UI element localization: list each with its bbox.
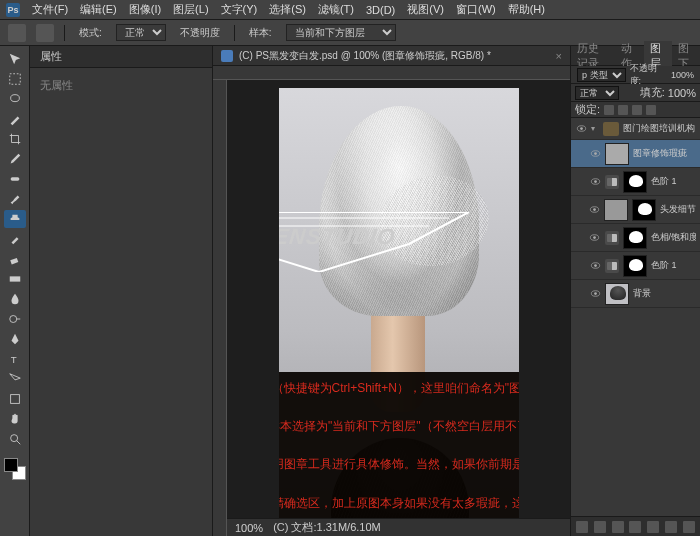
zoom-value[interactable]: 100% xyxy=(235,522,263,534)
clone-stamp-tool[interactable] xyxy=(4,210,26,228)
type-tool[interactable]: T xyxy=(4,350,26,368)
visibility-icon[interactable] xyxy=(589,176,601,188)
menu-3d[interactable]: 3D(D) xyxy=(366,4,395,16)
gradient-tool[interactable] xyxy=(4,270,26,288)
layer-group[interactable]: ▾ 图门绘图培训机构 xyxy=(571,118,700,140)
menu-image[interactable]: 图像(I) xyxy=(129,2,161,17)
layer-row[interactable]: 头发细节提取 xyxy=(571,196,700,224)
layer-mask[interactable] xyxy=(632,199,656,221)
menu-file[interactable]: 文件(F) xyxy=(32,2,68,17)
mask-icon[interactable] xyxy=(612,521,624,533)
layer-thumb[interactable] xyxy=(605,143,629,165)
fill-value[interactable]: 100% xyxy=(668,87,696,99)
layer-mask[interactable] xyxy=(623,255,647,277)
brush-tool[interactable] xyxy=(4,190,26,208)
opacity-label: 不透明度 xyxy=(176,25,224,41)
dodge-tool[interactable] xyxy=(4,310,26,328)
properties-panel: 属性 无属性 xyxy=(30,46,213,536)
layer-filter-row: p 类型 不透明度: 100% xyxy=(571,66,700,84)
sample-select[interactable]: 当前和下方图层 xyxy=(286,24,396,41)
history-brush-tool[interactable] xyxy=(4,230,26,248)
trash-icon[interactable] xyxy=(683,521,695,533)
document-image[interactable]: TUMENSTUDIO 第六步：新建一个空白层（快捷键为Ctrl+Shift+N… xyxy=(279,88,519,528)
document-tab[interactable]: (C) PS黑发变白发.psd @ 100% (图章修饰瑕疵, RGB/8) *… xyxy=(213,46,570,66)
layer-name[interactable]: 图章修饰瑕疵 xyxy=(633,147,687,160)
menu-edit[interactable]: 编辑(E) xyxy=(80,2,117,17)
magic-wand-tool[interactable] xyxy=(4,110,26,128)
lock-all-icon[interactable] xyxy=(646,105,656,115)
pen-tool[interactable] xyxy=(4,330,26,348)
visibility-icon[interactable] xyxy=(575,123,587,135)
svg-point-18 xyxy=(593,236,596,239)
ruler-vertical[interactable] xyxy=(213,80,227,536)
hand-tool[interactable] xyxy=(4,410,26,428)
layer-mask[interactable] xyxy=(623,171,647,193)
foreground-color[interactable] xyxy=(4,458,18,472)
close-document-icon[interactable]: × xyxy=(556,50,562,62)
layers-list[interactable]: ▾ 图门绘图培训机构 图章修饰瑕疵 色阶 1 头发细节提取 xyxy=(571,118,700,516)
layer-thumb[interactable] xyxy=(605,283,629,305)
layer-mask[interactable] xyxy=(623,227,647,249)
group-icon[interactable] xyxy=(647,521,659,533)
layer-row[interactable]: 色相/饱和度 xyxy=(571,224,700,252)
color-swatches[interactable] xyxy=(4,458,26,480)
move-tool[interactable] xyxy=(4,50,26,68)
visibility-icon[interactable] xyxy=(589,232,601,244)
fold-icon[interactable]: ▾ xyxy=(591,124,599,133)
blend-mode-select[interactable]: 正常 xyxy=(116,24,166,41)
menu-select[interactable]: 选择(S) xyxy=(269,2,306,17)
marquee-tool[interactable] xyxy=(4,70,26,88)
layer-row[interactable]: 背景 xyxy=(571,280,700,308)
ruler-horizontal[interactable] xyxy=(213,66,570,80)
layer-name[interactable]: 色阶 1 xyxy=(651,259,677,272)
menu-filter[interactable]: 滤镜(T) xyxy=(318,2,354,17)
opacity-value[interactable]: 100% xyxy=(671,70,694,80)
crop-tool[interactable] xyxy=(4,130,26,148)
eyedropper-tool[interactable] xyxy=(4,150,26,168)
canvas[interactable]: TUMENSTUDIO 第六步：新建一个空白层（快捷键为Ctrl+Shift+N… xyxy=(227,80,570,536)
layer-name[interactable]: 头发细节提取 xyxy=(660,203,696,216)
clone-stamp-icon[interactable] xyxy=(8,24,26,42)
layer-name[interactable]: 色相/饱和度 xyxy=(651,231,697,244)
group-name[interactable]: 图门绘图培训机构 xyxy=(623,122,695,135)
layer-row[interactable]: 色阶 1 xyxy=(571,168,700,196)
visibility-icon[interactable] xyxy=(589,148,601,160)
layer-row[interactable]: 图章修饰瑕疵 xyxy=(571,140,700,168)
layer-kind-select[interactable]: p 类型 xyxy=(577,68,626,82)
menu-type[interactable]: 文字(Y) xyxy=(221,2,258,17)
layer-thumb[interactable] xyxy=(604,199,628,221)
menu-view[interactable]: 视图(V) xyxy=(407,2,444,17)
menu-help[interactable]: 帮助(H) xyxy=(508,2,545,17)
path-tool[interactable] xyxy=(4,370,26,388)
blend-select[interactable]: 正常 xyxy=(575,86,619,100)
healing-brush-tool[interactable] xyxy=(4,170,26,188)
menu-layer[interactable]: 图层(L) xyxy=(173,2,208,17)
layer-name[interactable]: 色阶 1 xyxy=(651,175,677,188)
brush-preset-icon[interactable] xyxy=(36,24,54,42)
toolbox: T xyxy=(0,46,30,536)
adjustment-icon xyxy=(605,231,619,245)
eraser-tool[interactable] xyxy=(4,250,26,268)
layer-row[interactable]: 色阶 1 xyxy=(571,252,700,280)
file-info: (C) 文档:1.31M/6.10M xyxy=(273,520,381,535)
photoshop-logo: Ps xyxy=(6,3,20,17)
properties-tab[interactable]: 属性 xyxy=(30,46,212,68)
visibility-icon[interactable] xyxy=(589,260,601,272)
lock-position-icon[interactable] xyxy=(632,105,642,115)
lasso-tool[interactable] xyxy=(4,90,26,108)
visibility-icon[interactable] xyxy=(589,288,601,300)
lock-pixels-icon[interactable] xyxy=(618,105,628,115)
menu-window[interactable]: 窗口(W) xyxy=(456,2,496,17)
adjustment-layer-icon[interactable] xyxy=(629,521,641,533)
visibility-icon[interactable] xyxy=(589,204,600,216)
blur-tool[interactable] xyxy=(4,290,26,308)
mode-label: 模式: xyxy=(75,25,106,41)
lock-transparent-icon[interactable] xyxy=(604,105,614,115)
shape-tool[interactable] xyxy=(4,390,26,408)
fx-icon[interactable] xyxy=(594,521,606,533)
link-icon[interactable] xyxy=(576,521,588,533)
menu-bar: Ps 文件(F) 编辑(E) 图像(I) 图层(L) 文字(Y) 选择(S) 滤… xyxy=(0,0,700,20)
new-layer-icon[interactable] xyxy=(665,521,677,533)
zoom-tool[interactable] xyxy=(4,430,26,448)
layer-name[interactable]: 背景 xyxy=(633,287,651,300)
